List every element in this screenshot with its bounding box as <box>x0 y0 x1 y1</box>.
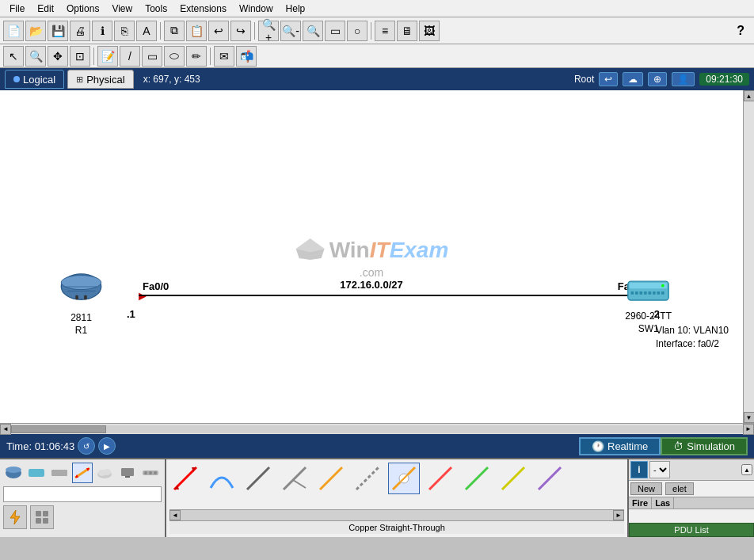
zoom-in-btn[interactable]: 🔍+ <box>258 21 279 41</box>
move-btn[interactable]: ✥ <box>48 46 68 67</box>
cloud-btn[interactable]: ☁ <box>623 72 643 86</box>
pdu-new-btn[interactable]: New <box>630 482 662 495</box>
tab-physical-label: Physical <box>86 74 124 86</box>
paste-btn[interactable]: 📋 <box>186 21 207 41</box>
cable-green[interactable] <box>461 463 493 494</box>
cable-cross[interactable] <box>279 463 310 494</box>
copy2-btn[interactable]: ⎘ <box>114 21 135 41</box>
canvas[interactable]: 172.16.0.0/27 Fa0/0 Fa0/2 ► ◄ .1 .2 <box>0 90 743 423</box>
font-btn[interactable]: A <box>136 21 157 41</box>
zoom-fit-btn[interactable]: 🔍 <box>303 21 323 41</box>
menu-view[interactable]: View <box>105 2 139 16</box>
sim-icon: ⏱ <box>673 440 684 452</box>
pdu-table-header: Fire Las <box>629 497 754 509</box>
horizontal-scrollbar[interactable]: ◄ ► <box>0 423 754 434</box>
list-btn[interactable]: ≡ <box>375 21 395 41</box>
cable-scroll-right[interactable]: ► <box>613 510 624 520</box>
rect-btn[interactable]: ▭ <box>325 21 345 41</box>
tab-logical[interactable]: Logical <box>5 70 64 89</box>
user-btn[interactable]: 👤 <box>672 72 695 86</box>
img-btn[interactable]: 🖼 <box>419 21 440 41</box>
cable-purple[interactable] <box>534 463 566 494</box>
reset-time-btn[interactable]: ↺ <box>78 437 95 455</box>
cable-yellow[interactable] <box>497 463 529 494</box>
cable-lightning1[interactable] <box>169 463 201 494</box>
scroll-up-btn[interactable]: ▲ <box>744 90 755 101</box>
line-btn[interactable]: / <box>120 46 140 67</box>
router-device[interactable]: 2811 R1 <box>59 272 103 336</box>
cable-hscroll[interactable]: ◄ ► <box>169 509 624 520</box>
switch-svg-icon <box>626 276 670 307</box>
scroll-thumb-h <box>11 425 106 433</box>
cable-curved[interactable] <box>206 463 238 494</box>
note-btn[interactable]: 📝 <box>97 46 118 67</box>
pdu-scroll-up[interactable]: ▲ <box>741 464 752 475</box>
svg-rect-29 <box>121 468 134 476</box>
device-cloud-icon[interactable] <box>94 463 115 483</box>
device-router-icon[interactable] <box>3 463 24 483</box>
search-btn[interactable]: 🔍 <box>25 46 46 67</box>
scroll-down-btn[interactable]: ▼ <box>744 412 755 423</box>
pdu-type-select[interactable]: - <box>649 461 670 478</box>
select-btn[interactable]: ↖ <box>3 46 24 67</box>
simulation-btn[interactable]: ⏱ Simulation <box>661 437 748 455</box>
menu-file[interactable]: File <box>3 2 31 16</box>
pencil-btn[interactable]: ✏ <box>186 46 207 67</box>
redo-btn[interactable]: ↪ <box>230 21 251 41</box>
device-lightning-btn[interactable] <box>3 505 27 529</box>
time-badge: 09:21:30 <box>699 73 749 86</box>
menu-extensions[interactable]: Extensions <box>173 2 233 16</box>
cable-selected[interactable] <box>388 463 420 494</box>
new-btn[interactable]: 📄 <box>3 21 24 41</box>
circ-btn[interactable]: ○ <box>347 21 367 41</box>
envelope-btn[interactable]: 📬 <box>236 46 257 67</box>
ellipse-btn[interactable]: ⬭ <box>164 46 185 67</box>
menu-help[interactable]: Help <box>280 2 312 16</box>
open-btn[interactable]: 📂 <box>25 21 46 41</box>
undo-btn[interactable]: ↩ <box>208 21 229 41</box>
tab-physical[interactable]: ⊞ Physical <box>67 70 133 89</box>
menu-edit[interactable]: Edit <box>31 2 60 16</box>
cable-scroll-left[interactable]: ◄ <box>169 510 181 520</box>
nav-btn[interactable]: ⊕ <box>648 72 667 86</box>
device-bottom-row <box>3 505 162 529</box>
menu-tools[interactable]: Tools <box>139 2 173 16</box>
device-cable-icon[interactable] <box>72 463 93 483</box>
msg-btn[interactable]: ✉ <box>214 46 234 67</box>
cable-straight[interactable] <box>242 463 274 494</box>
menu-options[interactable]: Options <box>60 2 105 16</box>
scroll-left-btn[interactable]: ◄ <box>0 424 11 435</box>
vertical-scrollbar[interactable]: ▲ ▼ <box>743 90 754 423</box>
realtime-btn[interactable]: 🕐 Realtime <box>579 437 661 455</box>
help-icon[interactable]: ? <box>730 24 751 38</box>
device-search[interactable] <box>3 486 162 502</box>
svg-rect-8 <box>631 291 634 295</box>
coords-display: x: 697, y: 453 <box>143 74 200 85</box>
scroll-right-btn[interactable]: ► <box>743 424 754 435</box>
play-btn[interactable]: ▶ <box>98 437 116 455</box>
copy-btn[interactable]: ⧉ <box>164 21 185 41</box>
pdu-elet-btn[interactable]: elet <box>665 482 694 495</box>
cable-red2[interactable] <box>425 463 456 494</box>
info-btn[interactable]: ℹ <box>92 21 112 41</box>
back-btn[interactable]: ↩ <box>599 72 618 86</box>
cable-panel: ◄ ► Copper Straight-Through <box>166 459 627 537</box>
device-misc-icon[interactable] <box>140 463 161 483</box>
device-hub-icon[interactable] <box>49 463 70 483</box>
cable-orange[interactable] <box>315 463 347 494</box>
menu-bar: File Edit Options View Tools Extensions … <box>0 0 754 17</box>
rect2-btn[interactable]: ▭ <box>142 46 162 67</box>
device-switch-icon[interactable] <box>26 463 47 483</box>
cable-dotted[interactable] <box>352 463 383 494</box>
device-cluster-btn[interactable] <box>30 505 54 529</box>
crop-btn[interactable]: ⊡ <box>70 46 90 67</box>
pdu-list-btn[interactable]: PDU List <box>629 523 754 537</box>
device-pc-icon[interactable] <box>117 463 138 483</box>
zoom-out-btn[interactable]: 🔍- <box>280 21 301 41</box>
svg-rect-36 <box>36 511 41 516</box>
menu-window[interactable]: Window <box>233 2 280 16</box>
monitor-btn[interactable]: 🖥 <box>397 21 417 41</box>
print-btn[interactable]: 🖨 <box>70 21 90 41</box>
svg-rect-12 <box>649 291 652 295</box>
save-btn[interactable]: 💾 <box>48 21 68 41</box>
